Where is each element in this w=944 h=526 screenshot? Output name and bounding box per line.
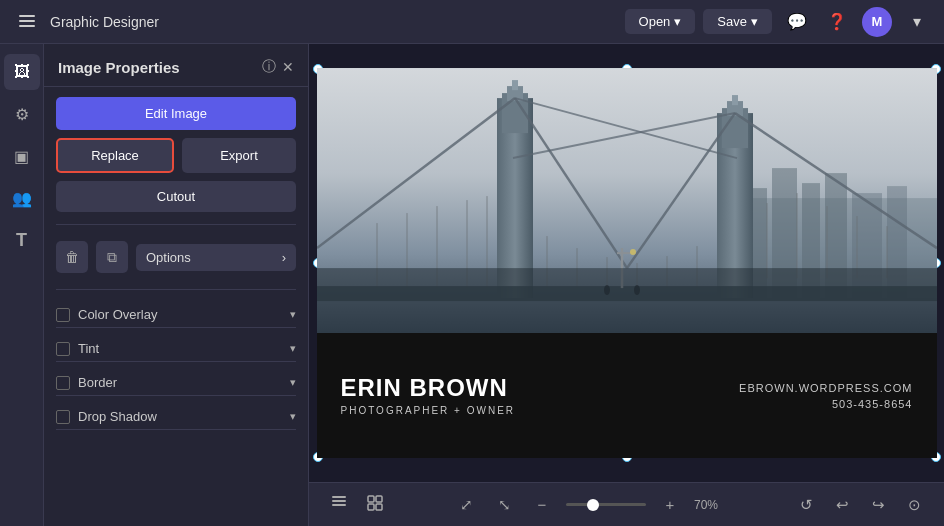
- business-card: Erin Brown Photographer + Owner ebrown.w…: [317, 68, 937, 458]
- design-canvas: Erin Brown Photographer + Owner ebrown.w…: [317, 68, 937, 458]
- save-button[interactable]: Save ▾: [703, 9, 772, 34]
- undo-button[interactable]: ↩: [828, 491, 856, 519]
- canvas-viewport[interactable]: Erin Brown Photographer + Owner ebrown.w…: [309, 44, 944, 482]
- text-icon: T: [16, 230, 27, 251]
- edit-image-button[interactable]: Edit Image: [56, 97, 296, 130]
- svg-rect-51: [332, 496, 346, 498]
- open-button[interactable]: Open ▾: [625, 9, 696, 34]
- svg-rect-54: [368, 504, 374, 510]
- chat-icon: 💬: [787, 12, 807, 31]
- zoom-out-button[interactable]: −: [528, 491, 556, 519]
- color-overlay-checkbox[interactable]: [56, 308, 70, 322]
- card-name: Erin Brown: [341, 375, 516, 401]
- duplicate-button[interactable]: ⧉: [96, 241, 128, 273]
- icon-sidebar: 🖼 ⚙ ▣ 👥 T: [0, 44, 44, 526]
- zoom-in-button[interactable]: +: [656, 491, 684, 519]
- zoom-slider[interactable]: [566, 503, 646, 506]
- svg-rect-0: [19, 15, 35, 17]
- redo-icon: ↪: [872, 496, 885, 514]
- card-contact: ebrown.wordpress.com 503-435-8654: [739, 382, 912, 410]
- topbar-center: Open ▾ Save ▾: [625, 9, 772, 34]
- save-label: Save: [717, 14, 747, 29]
- app-title: Graphic Designer: [50, 14, 159, 30]
- drop-shadow-checkbox[interactable]: [56, 410, 70, 424]
- replace-export-row: Replace Export: [56, 138, 296, 173]
- sidebar-item-adjust[interactable]: ⚙: [4, 96, 40, 132]
- replace-button[interactable]: Replace: [56, 138, 174, 173]
- tint-checkbox[interactable]: [56, 342, 70, 356]
- color-overlay-text: Color Overlay: [78, 307, 157, 322]
- topbar: Graphic Designer Open ▾ Save ▾ 💬 ❓ M ▾: [0, 0, 944, 44]
- border-text: Border: [78, 375, 117, 390]
- properties-panel: Image Properties ⓘ ✕ Edit Image Replace …: [44, 44, 309, 526]
- adjust-icon: ⚙: [15, 105, 29, 124]
- bridge-svg: [317, 68, 937, 333]
- border-checkbox[interactable]: [56, 376, 70, 390]
- svg-rect-48: [317, 268, 937, 333]
- tint-label[interactable]: Tint: [56, 341, 99, 356]
- info-icon: ⓘ: [262, 58, 276, 76]
- svg-rect-2: [19, 25, 35, 27]
- drop-shadow-label[interactable]: Drop Shadow: [56, 409, 157, 424]
- fit-button[interactable]: ⤢: [452, 491, 480, 519]
- panel-close-button[interactable]: ✕: [282, 58, 294, 76]
- sidebar-item-image[interactable]: 🖼: [4, 54, 40, 90]
- sidebar-item-text[interactable]: T: [4, 222, 40, 258]
- border-chevron-icon[interactable]: ▾: [290, 376, 296, 389]
- chat-button[interactable]: 💬: [782, 7, 812, 37]
- svg-rect-49: [332, 500, 346, 502]
- zoom-in-icon: +: [666, 496, 675, 513]
- card-phone: 503-435-8654: [739, 398, 912, 410]
- drop-shadow-chevron-icon[interactable]: ▾: [290, 410, 296, 423]
- layers-button[interactable]: [325, 491, 353, 519]
- menu-button[interactable]: [12, 7, 42, 37]
- panel-header-icons: ⓘ ✕: [262, 58, 294, 76]
- panel-info-button[interactable]: ⓘ: [262, 58, 276, 76]
- history-button[interactable]: ⊙: [900, 491, 928, 519]
- divider-2: [56, 289, 296, 290]
- panel-title: Image Properties: [58, 59, 180, 76]
- svg-rect-52: [368, 496, 374, 502]
- svg-rect-1: [19, 20, 35, 22]
- export-button[interactable]: Export: [182, 138, 296, 173]
- border-label[interactable]: Border: [56, 375, 117, 390]
- shrink-button[interactable]: ⤡: [490, 491, 518, 519]
- options-label: Options: [146, 250, 191, 265]
- svg-rect-53: [376, 496, 382, 502]
- panel-header: Image Properties ⓘ ✕: [44, 44, 308, 87]
- open-label: Open: [639, 14, 671, 29]
- avatar[interactable]: M: [862, 7, 892, 37]
- drop-shadow-text: Drop Shadow: [78, 409, 157, 424]
- sidebar-item-people[interactable]: 👥: [4, 180, 40, 216]
- svg-rect-50: [332, 504, 346, 506]
- redo-button[interactable]: ↪: [864, 491, 892, 519]
- image-icon: 🖼: [14, 63, 30, 81]
- rotate-button[interactable]: ↺: [792, 491, 820, 519]
- card-name-block: Erin Brown Photographer + Owner: [341, 375, 516, 416]
- trash-button[interactable]: 🗑: [56, 241, 88, 273]
- save-chevron-icon: ▾: [751, 14, 758, 29]
- bottom-center: ⤢ ⤡ − + 70%: [452, 491, 729, 519]
- cutout-button[interactable]: Cutout: [56, 181, 296, 212]
- sidebar-item-layout[interactable]: ▣: [4, 138, 40, 174]
- options-button[interactable]: Options ›: [136, 244, 296, 271]
- people-icon: 👥: [12, 189, 32, 208]
- undo-icon: ↩: [836, 496, 849, 514]
- color-overlay-label[interactable]: Color Overlay: [56, 307, 157, 322]
- divider-1: [56, 224, 296, 225]
- bottom-bar: ⤢ ⤡ − + 70% ↺ ↩: [309, 482, 944, 526]
- account-chevron-button[interactable]: ▾: [902, 7, 932, 37]
- zoom-level: 70%: [694, 498, 729, 512]
- tint-text: Tint: [78, 341, 99, 356]
- tint-chevron-icon[interactable]: ▾: [290, 342, 296, 355]
- canvas-area: Erin Brown Photographer + Owner ebrown.w…: [309, 44, 944, 526]
- drop-shadow-row: Drop Shadow ▾: [56, 404, 296, 430]
- menu-icon: [19, 13, 35, 31]
- color-overlay-chevron-icon[interactable]: ▾: [290, 308, 296, 321]
- panel-body: Edit Image Replace Export Cutout 🗑 ⧉ Opt…: [44, 87, 308, 440]
- border-row: Border ▾: [56, 370, 296, 396]
- help-button[interactable]: ❓: [822, 7, 852, 37]
- svg-point-45: [630, 249, 636, 255]
- topbar-right: 💬 ❓ M ▾: [782, 7, 932, 37]
- grid-button[interactable]: [361, 491, 389, 519]
